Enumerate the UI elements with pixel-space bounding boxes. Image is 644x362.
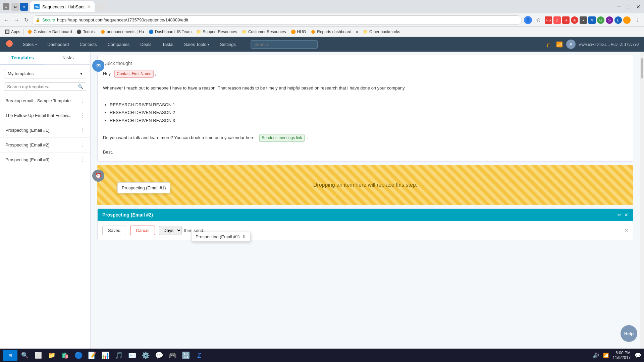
maximize-btn[interactable]: □ [625,3,632,10]
template-item-menu-icon[interactable]: ⋮ [79,142,85,148]
ext-icon-5[interactable]: ▪ [580,16,587,24]
bookmark-support-resources[interactable]: 📁 Support Resources [194,29,239,35]
step-days-select[interactable]: Days [159,226,182,235]
user-info: www.alexjromo.c... Hub ID: 1735790 [579,42,639,46]
nav-sales[interactable]: Sales ▾ [20,41,40,48]
bookmark-customer-resources[interactable]: 📁 Customer Resources [240,29,288,35]
step-edit-btn[interactable]: ✏ [618,212,622,218]
template-item-prospecting-3[interactable]: Prospecting (Email #3) ⋮ [0,153,90,167]
template-item-menu-icon[interactable]: ⋮ [79,98,85,104]
tab-tasks[interactable]: Tasks [45,52,91,64]
forward-btn[interactable]: → [13,16,21,24]
search-input[interactable] [251,40,318,49]
nav-contacts[interactable]: Contacts [77,41,99,48]
step-row-close[interactable]: ✕ [625,228,628,233]
gmail-tab-icon[interactable]: M [11,3,19,11]
template-item-prospecting-2[interactable]: Prospecting (Email #2) ⋮ [0,138,90,153]
ext-icon-1[interactable]: HS [545,16,552,24]
ext-icon-2[interactable]: Z [553,16,561,24]
dropdown-my-templates[interactable]: My templates ▾ [4,69,86,78]
taskbar-word-icon[interactable]: 📝 [86,349,98,361]
graduation-icon[interactable]: 🎓 [546,41,553,48]
list-item-3: RESEARCH-DRIVEN REASON 3 [110,117,628,124]
template-item-followup[interactable]: The Follow-Up Email that Follow... ⋮ [0,108,90,123]
other-tab-icon[interactable]: 9 [20,3,28,11]
tab-favicon: HS [34,4,40,9]
tab-templates[interactable]: Templates [0,52,45,64]
template-item-menu-icon[interactable]: ⋮ [79,127,85,133]
bookmark-hug[interactable]: 🟠 HUG [289,29,308,35]
nav-settings[interactable]: Settings [217,41,238,48]
secure-icon: 🔒 [36,18,40,22]
ext-icon-6[interactable]: M [588,16,596,24]
taskbar-excel-icon[interactable]: 📊 [99,349,111,361]
ext-icon-10[interactable]: ! [623,16,631,24]
step-cancel-btn[interactable]: Cancel [130,226,155,235]
step-saved-btn[interactable]: Saved [102,226,126,235]
ext-icon-4[interactable]: A [571,16,578,24]
address-bar[interactable]: 🔒 Secure https://app.hubspot.com/sequenc… [32,15,522,25]
templates-dropdown: My templates ▾ [4,69,86,78]
ext-icon-7[interactable]: G [597,16,604,24]
browser-user-icon: 👤 [524,16,532,24]
star-btn[interactable]: ☆ [535,15,542,24]
bookmark-todoist[interactable]: ⚫ Todoist [74,29,98,35]
start-btn[interactable]: ⊞ [3,350,17,361]
nav-tasks[interactable]: Tasks [159,41,176,48]
ext-icon-9[interactable]: L [614,16,622,24]
ext-icon-3[interactable]: H [562,16,570,24]
back-btn[interactable]: ← [3,16,11,24]
drag-item[interactable]: Prospecting (Email #1) ⣿ [191,232,250,242]
bookmark-customer-dashboard[interactable]: 🔶 Customer Dashboard [25,29,74,35]
active-tab[interactable]: HS Sequences | HubSpot ✕ [30,1,95,12]
nav-deals[interactable]: Deals [138,41,154,48]
refresh-btn[interactable]: ↻ [23,15,30,24]
close-btn[interactable]: ✕ [635,3,641,10]
taskbar-chrome-icon[interactable]: 🔵 [72,349,85,361]
notification-icon[interactable]: 💬 [635,352,641,359]
bookmark-apps[interactable]: 🔲 Apps [3,29,22,35]
help-button[interactable]: Help [621,325,637,342]
user-avatar[interactable]: A [566,40,576,49]
right-scrollbar[interactable] [640,52,644,362]
template-item-prospecting-1[interactable]: Prospecting (Email #1) ⋮ [0,123,90,138]
taskbar-task-view-icon[interactable]: ⬜ [32,349,44,361]
tab-close-btn[interactable]: ✕ [87,4,91,9]
taskbar-mail-icon[interactable]: ✉️ [126,349,138,361]
taskbar-spotify-icon[interactable]: 🎵 [113,349,125,361]
signal-icon[interactable]: 📶 [556,41,563,48]
taskbar-explorer-icon[interactable]: 📁 [46,349,58,361]
taskbar-icon-6[interactable]: ⚙️ [140,349,152,361]
main-content: Templates Tasks My templates ▾ 🔍 Breakup… [0,52,644,362]
taskbar-search-icon[interactable]: 🔍 [19,349,31,361]
taskbar-icon-8[interactable]: 🎮 [166,349,178,361]
menu-btn[interactable]: ⋮ [633,15,641,24]
taskbar-store-icon[interactable]: 🛍️ [59,349,71,361]
new-tab-btn[interactable]: + [97,2,107,11]
scroll-thumb[interactable] [641,58,643,78]
taskbar-zoom-icon[interactable]: Z [193,349,205,361]
template-item-menu-icon[interactable]: ⋮ [79,112,85,119]
bookmark-dashboard-is-team[interactable]: 🔵 Dashboard: IS Team [147,29,194,35]
meetings-link-token[interactable]: Sender's meetings link [259,134,304,142]
nav-dashboard[interactable]: Dashboard [45,41,72,48]
nav-sales-tools[interactable]: Sales Tools ▾ [181,41,212,48]
drop-zone[interactable]: Dropping an item here will replace this … [97,165,633,205]
list-item-2: RESEARCH-DRIVEN REASON 2 [110,109,628,116]
taskbar-skype-icon[interactable]: 💬 [153,349,165,361]
contact-first-name-token[interactable]: Contact First Name [114,70,154,78]
minimize-btn[interactable]: ─ [616,3,623,10]
other-tabs: M 9 [11,3,28,11]
bookmark-reports[interactable]: 🔶 Reports dashboard [309,29,353,35]
bookmark-announcements[interactable]: 🔶 announcements | Hu [98,29,146,35]
template-item-menu-icon[interactable]: ⋮ [79,157,85,163]
bookmark-other[interactable]: 📁 Other bookmarks [361,29,402,35]
bookmark-more[interactable]: » [354,29,360,35]
template-search-input[interactable] [7,84,76,89]
taskbar-calc-icon[interactable]: 🔢 [180,349,192,361]
nav-companies[interactable]: Companies [105,41,132,48]
template-item-breakup[interactable]: Breakup email - Sample Template ⋮ [0,94,90,108]
step-close-btn[interactable]: ✕ [624,212,628,218]
ext-icon-8[interactable]: S [606,16,613,24]
task-step-icon: ⏰ [92,170,104,182]
